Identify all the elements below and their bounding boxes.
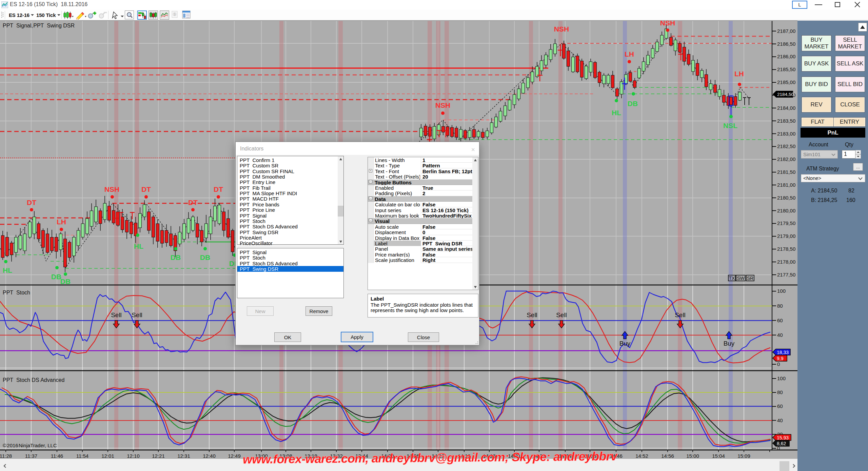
svg-text:2187,00: 2187,00 — [777, 28, 795, 34]
svg-text:LH: LH — [734, 70, 744, 78]
svg-text:2185,00: 2185,00 — [777, 79, 795, 85]
svg-text:TX: TX — [729, 275, 735, 281]
svg-text:HL: HL — [3, 266, 12, 274]
svg-text:DT: DT — [141, 185, 151, 193]
svg-text:NSH: NSH — [554, 25, 569, 33]
svg-text:LH: LH — [57, 218, 66, 226]
svg-text:LH: LH — [625, 50, 634, 58]
svg-text:2182,00: 2182,00 — [777, 156, 795, 162]
svg-text:80: 80 — [777, 389, 783, 395]
svg-text:www.forex-warez.com, andreybbr: www.forex-warez.com, andreybbrv@gmail.co… — [243, 451, 618, 466]
svg-text:DB: DB — [171, 253, 181, 261]
svg-text:2183,50: 2183,50 — [777, 118, 795, 124]
svg-text:DT: DT — [214, 185, 223, 193]
svg-text:60: 60 — [777, 318, 783, 323]
svg-text:DB: DB — [51, 273, 61, 281]
svg-text:2184,00: 2184,00 — [777, 105, 795, 111]
svg-text:Sell: Sell — [675, 311, 686, 319]
svg-text:SR: SR — [747, 275, 753, 281]
svg-text:NSH: NSH — [660, 20, 675, 27]
svg-text:80: 80 — [777, 303, 783, 309]
svg-text:2180,50: 2180,50 — [777, 195, 795, 201]
svg-text:40: 40 — [777, 417, 783, 423]
svg-text:2184,50: 2184,50 — [777, 92, 794, 97]
svg-text:SW: SW — [737, 275, 745, 281]
svg-text:2179,00: 2179,00 — [777, 233, 795, 239]
svg-text:PPT Stoch: PPT Stoch — [3, 290, 30, 295]
svg-text:60: 60 — [777, 403, 783, 409]
svg-text:15,93: 15,93 — [777, 435, 789, 441]
svg-text:Sell: Sell — [527, 311, 537, 319]
svg-text:2179,50: 2179,50 — [777, 220, 795, 226]
svg-text:2186,50: 2186,50 — [777, 41, 795, 47]
svg-text:9,9: 9,9 — [777, 356, 784, 361]
svg-text:Buy: Buy — [619, 340, 631, 347]
svg-text:DB: DB — [60, 278, 71, 285]
svg-text:$: $ — [174, 12, 176, 16]
svg-text:40: 40 — [777, 332, 783, 338]
svg-text:HL: HL — [612, 109, 621, 117]
svg-text:2178,00: 2178,00 — [777, 259, 795, 265]
svg-text:PPT Signal, PPT Swing DSR: PPT Signal, PPT Swing DSR — [3, 23, 75, 28]
svg-text:2183,00: 2183,00 — [777, 131, 795, 137]
svg-text:100: 100 — [777, 288, 786, 294]
svg-text:NSH: NSH — [435, 101, 450, 109]
svg-text:Buy: Buy — [724, 340, 735, 347]
svg-text:2181,00: 2181,00 — [777, 182, 795, 188]
svg-text:2185,50: 2185,50 — [777, 66, 795, 72]
svg-text:2180,00: 2180,00 — [777, 208, 795, 213]
svg-text:DT: DT — [27, 199, 36, 206]
svg-text:PPT Stoch DS Advanced: PPT Stoch DS Advanced — [3, 377, 64, 383]
svg-text:Sell: Sell — [132, 311, 142, 319]
svg-text:DB: DB — [200, 253, 210, 261]
svg-text:0: 0 — [777, 361, 780, 367]
svg-text:Sell: Sell — [556, 311, 567, 319]
svg-text:DT: DT — [188, 199, 198, 206]
svg-text:18,33: 18,33 — [777, 350, 789, 355]
svg-text:100: 100 — [777, 375, 786, 381]
svg-text:2177,50: 2177,50 — [777, 272, 795, 278]
svg-text:2182,50: 2182,50 — [777, 143, 795, 149]
svg-text:NSL: NSL — [723, 122, 737, 129]
svg-text:2178,50: 2178,50 — [777, 246, 795, 252]
svg-text:8,62: 8,62 — [777, 441, 786, 446]
svg-text:Sell: Sell — [111, 311, 122, 319]
svg-text:© 2016 NinjaTrader, LLC: © 2016 NinjaTrader, LLC — [3, 443, 57, 448]
svg-text:2181,50: 2181,50 — [777, 169, 795, 175]
svg-text:NSH: NSH — [104, 185, 119, 193]
svg-text:DB: DB — [628, 100, 638, 107]
svg-text:HL: HL — [134, 242, 143, 250]
svg-text:2186,00: 2186,00 — [777, 54, 795, 59]
